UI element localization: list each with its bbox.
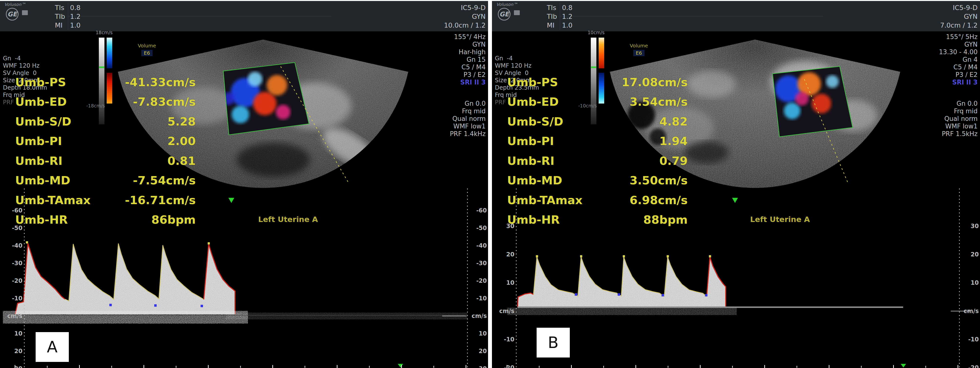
ti-value: 1.2 [70,13,81,20]
ti-label: TIb [547,12,562,21]
ti-label: TIb [55,12,70,21]
ti-label: MI [55,21,70,30]
axis-ruler-left [516,188,517,368]
grayscale-marker [99,67,105,68]
figure-label: B [548,334,558,352]
measurement-label: Umb-PS [507,75,558,89]
ti-row: TIs0.8 [55,3,84,12]
axis-tick-label: cm/s [497,308,514,314]
axis-tick-label: -10 [5,295,22,302]
axis-tick-label: 20 [497,251,514,258]
axis-ruler-right [959,188,960,368]
axis-tick-label: -30 [5,260,22,267]
ti-row: MI1.0 [547,21,576,30]
axis-tick-label: -60 [469,207,487,214]
velocity-axis-left: -60-50-40-30-20-10cm/s102030 [5,1,22,368]
axis-tick-label: 30 [497,223,514,229]
measurement-row: Umb-PI 1.94 [507,131,688,151]
measurement-label: Umb-PS [15,75,66,89]
logo-chip-icon [22,10,28,15]
time-axis-major-ticks [507,365,966,368]
annotation-text: Left Uterine A [750,215,810,224]
axis-tick-label: 10 [5,330,22,337]
axis-ruler-right [467,188,468,368]
axis-tick-label: 10 [469,330,487,337]
measurement-value: 0.81 [167,154,196,167]
ti-value: 0.8 [70,4,81,11]
axis-tick-label: -10 [497,336,514,343]
measurement-value: 1.94 [659,134,688,148]
measurement-value: 6.98cm/s [630,193,688,207]
measurement-row: Umb-HR 88bpm [507,210,688,230]
measurement-row: Umb-TAmax 6.98cm/s [507,190,688,210]
figure-label-box: B [537,328,570,357]
volume-value: E6 [633,50,644,56]
measurement-value: 88bpm [643,213,688,226]
axis-tick-label: 10 [961,279,979,286]
colorbar-top-label: 10cm/s [588,30,614,35]
measurement-value: 0.79 [659,154,688,167]
axis-tick-label: 20 [961,251,979,258]
thermal-index-block: TIs0.8 TIb1.2 MI1.0 [55,3,84,30]
logo-chip-icon [514,10,520,15]
axis-tick-label: cm/s [469,312,487,319]
colorbar-upper [598,38,604,69]
annotation-text: Left Uterine A [258,215,318,224]
axis-tick-label: -60 [5,207,22,214]
measurement-row: Umb-S/D 4.82 [507,112,688,131]
axis-tick-label: -30 [469,260,487,267]
measurement-row: Umb-PS -41.33cm/s [15,72,196,92]
measurement-label: Umb-MD [507,174,562,187]
ti-row: MI1.0 [55,21,84,30]
measurement-value: -7.54cm/s [133,174,196,187]
grayscale-marker [591,67,597,68]
velocity-axis-right: 302010cm/s-10-20 [961,1,979,368]
measurement-value: -41.33cm/s [125,75,196,89]
measurement-label: Umb-TAmax [15,193,91,207]
ti-value: 0.8 [562,4,573,11]
measurement-results: Umb-PS 17.08cm/s Umb-ED 3.54cm/s Umb-S/D… [507,72,688,229]
measurement-label: Umb-HR [15,213,68,226]
panel-b: Voluson™ GE TIs0.8 TIb1.2 MI1.0 IC5-9-D … [492,1,980,368]
axis-tick-label: 20 [5,348,22,355]
colorbar-upper [107,38,112,69]
measurement-row: Umb-TAmax -16.71cm/s [15,190,196,210]
figure-label: A [47,338,57,356]
panel-a: Voluson™ GE TIs0.8 TIb1.2 MI1.0 IC5-9-D … [0,1,488,368]
measurement-value: 17.08cm/s [622,75,688,89]
measurement-label: Umb-ED [507,95,558,108]
measurement-value: 4.82 [659,115,688,128]
ti-value: 1.2 [562,13,573,20]
velocity-axis-right: -60-50-40-30-20-10cm/s102030 [469,1,487,368]
measurement-row: Umb-MD 3.50cm/s [507,171,688,191]
measurement-label: Umb-S/D [15,115,71,128]
measurement-value: 3.50cm/s [630,174,688,187]
measurement-row: Umb-S/D 5.28 [15,112,196,131]
ti-row: TIb1.2 [547,12,576,21]
volume-indicator: Volume E6 [136,43,158,56]
volume-label: Volume [628,43,650,49]
ti-value: 1.0 [70,21,81,29]
measurement-label: Umb-MD [15,174,70,187]
axis-tick-label: -40 [5,242,22,249]
measurement-label: Umb-ED [15,95,67,108]
measurement-row: Umb-MD -7.54cm/s [15,171,196,191]
axis-tick-label: -10 [469,295,487,302]
axis-tick-label: 30 [961,223,979,229]
ti-row: TIs0.8 [547,3,576,12]
measurement-value: 5.28 [167,115,196,128]
measurement-value: 2.00 [167,134,196,148]
axis-tick-label: -40 [469,242,487,249]
axis-tick-label: -50 [5,225,22,231]
ti-label: TIs [55,3,70,12]
measurement-label: Umb-HR [507,213,560,226]
axis-tick-label: 20 [469,348,487,355]
measurement-value: 86bpm [151,213,196,226]
measurement-results: Umb-PS -41.33cm/s Umb-ED -7.83cm/s Umb-S… [15,72,196,229]
measurement-row: Umb-PS 17.08cm/s [507,72,688,92]
time-axis-major-ticks [14,365,473,368]
measurement-label: Umb-TAmax [507,193,582,207]
ti-row: TIb1.2 [55,12,84,21]
axis-tick-label: -10 [961,336,979,343]
axis-tick-label: -20 [469,277,487,284]
